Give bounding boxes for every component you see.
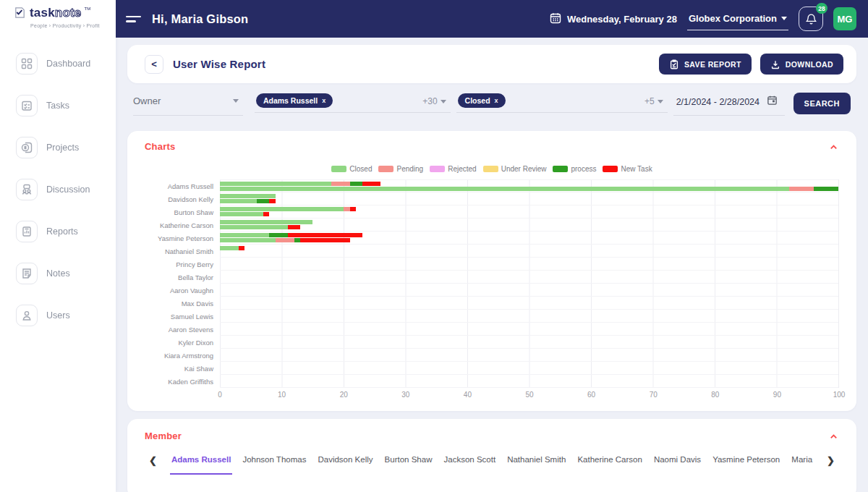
stacked-bar[interactable] bbox=[220, 238, 838, 242]
company-selector[interactable]: Globex Corporation bbox=[687, 13, 788, 30]
bar-segment[interactable] bbox=[344, 207, 350, 211]
owner-more-toggle[interactable]: +30 bbox=[422, 93, 446, 106]
owner-chip[interactable]: Adams Russellx bbox=[256, 93, 333, 108]
bar-segment[interactable] bbox=[220, 233, 269, 237]
bar-segment[interactable] bbox=[350, 207, 357, 211]
stacked-bar[interactable] bbox=[220, 311, 838, 315]
bar-segment[interactable] bbox=[331, 182, 350, 186]
bar-segment[interactable] bbox=[220, 199, 257, 203]
sidebar-item-dashboard[interactable]: Dashboard bbox=[0, 48, 116, 80]
bar-segment[interactable] bbox=[276, 238, 294, 242]
download-button[interactable]: DOWNLOAD bbox=[760, 54, 843, 75]
notifications-button[interactable]: 28 bbox=[799, 7, 823, 31]
bar-segment[interactable] bbox=[362, 182, 381, 186]
bar-segment[interactable] bbox=[239, 246, 245, 250]
member-tab[interactable]: Naomi Davis bbox=[652, 454, 702, 475]
stacked-bar[interactable] bbox=[220, 342, 838, 347]
bar-segment[interactable] bbox=[220, 220, 312, 224]
sidebar-item-users[interactable]: Users bbox=[0, 300, 116, 331]
member-tab[interactable]: Burton Shaw bbox=[383, 454, 434, 475]
stacked-bar[interactable] bbox=[220, 376, 838, 381]
back-button[interactable]: < bbox=[145, 55, 163, 74]
stacked-bar[interactable] bbox=[220, 298, 838, 302]
member-tab[interactable]: Maria bbox=[790, 454, 814, 475]
tabs-scroll-left-icon[interactable]: ❮ bbox=[145, 454, 161, 467]
stacked-bar[interactable] bbox=[220, 187, 838, 191]
bar-segment[interactable] bbox=[814, 187, 838, 191]
member-tab[interactable]: Davidson Kelly bbox=[316, 454, 374, 475]
stacked-bar[interactable] bbox=[220, 329, 838, 334]
bar-segment[interactable] bbox=[220, 238, 276, 242]
save-report-button[interactable]: SAVE REPORT bbox=[659, 54, 752, 75]
bar-segment[interactable] bbox=[269, 199, 276, 203]
chip-close-icon[interactable]: x bbox=[322, 97, 326, 104]
member-tab[interactable]: Jackson Scott bbox=[443, 454, 498, 475]
bar-segment[interactable] bbox=[294, 238, 301, 242]
bar-segment[interactable] bbox=[269, 233, 288, 237]
bar-segment[interactable] bbox=[263, 212, 270, 216]
member-tab[interactable]: Adams Russell bbox=[170, 454, 232, 475]
stacked-bar[interactable] bbox=[220, 316, 838, 321]
member-tab[interactable]: Nathaniel Smith bbox=[506, 454, 567, 475]
stacked-bar[interactable] bbox=[220, 212, 838, 216]
sidebar-item-projects[interactable]: Projects bbox=[0, 132, 116, 164]
stacked-bar[interactable] bbox=[220, 355, 838, 360]
status-more-toggle[interactable]: +5 bbox=[644, 93, 663, 106]
bar-segment[interactable] bbox=[300, 238, 349, 242]
bar-segment[interactable] bbox=[288, 225, 300, 229]
bar-segment[interactable] bbox=[257, 199, 269, 203]
stacked-bar[interactable] bbox=[220, 233, 838, 237]
stacked-bar[interactable] bbox=[220, 337, 838, 342]
stacked-bar[interactable] bbox=[220, 290, 838, 294]
member-tab[interactable]: Katherine Carson bbox=[576, 454, 644, 475]
sidebar-item-reports[interactable]: Reports bbox=[0, 216, 116, 247]
avatar[interactable]: MG bbox=[833, 7, 856, 30]
status-multiselect[interactable]: Closedx +5 bbox=[456, 93, 668, 113]
stacked-bar[interactable] bbox=[220, 303, 838, 308]
bar-segment[interactable] bbox=[220, 194, 276, 198]
menu-toggle-icon[interactable] bbox=[126, 13, 142, 25]
stacked-bar[interactable] bbox=[220, 368, 838, 373]
brand-logo[interactable]: tasknote TM People › Productivity › Prof… bbox=[0, 0, 116, 38]
member-tab[interactable]: Johnson Thomas bbox=[241, 454, 307, 475]
stacked-bar[interactable] bbox=[220, 381, 838, 386]
stacked-bar[interactable] bbox=[220, 251, 838, 255]
search-button[interactable]: SEARCH bbox=[793, 93, 851, 114]
stacked-bar[interactable] bbox=[220, 194, 838, 198]
tabs-scroll-right-icon[interactable]: ❯ bbox=[822, 454, 839, 467]
collapse-charts-icon[interactable] bbox=[829, 142, 839, 152]
stacked-bar[interactable] bbox=[220, 182, 838, 186]
stacked-bar[interactable] bbox=[220, 246, 838, 250]
bar-segment[interactable] bbox=[220, 212, 263, 216]
bar-segment[interactable] bbox=[220, 187, 789, 191]
stacked-bar[interactable] bbox=[220, 264, 838, 268]
bar-segment[interactable] bbox=[220, 182, 331, 186]
bar-segment[interactable] bbox=[220, 207, 344, 211]
stacked-bar[interactable] bbox=[220, 363, 838, 368]
stacked-bar[interactable] bbox=[220, 199, 838, 203]
bar-segment[interactable] bbox=[220, 246, 239, 250]
owner-multiselect[interactable]: Adams Russellx +30 bbox=[255, 93, 451, 113]
stacked-bar[interactable] bbox=[220, 277, 838, 281]
sidebar-item-tasks[interactable]: Tasks bbox=[0, 90, 116, 122]
bar-segment[interactable] bbox=[220, 225, 288, 229]
stacked-bar[interactable] bbox=[220, 324, 838, 328]
status-chip[interactable]: Closedx bbox=[458, 93, 506, 108]
member-tab[interactable]: Yasmine Peterson bbox=[711, 454, 781, 475]
stacked-bar[interactable] bbox=[220, 259, 838, 263]
stacked-bar[interactable] bbox=[220, 272, 838, 276]
sidebar-item-discussion[interactable]: Discussion bbox=[0, 174, 116, 205]
stacked-bar[interactable] bbox=[220, 207, 838, 211]
filter-type-select[interactable]: Owner bbox=[133, 93, 243, 116]
stacked-bar[interactable] bbox=[220, 350, 838, 355]
date-range-picker[interactable]: 2/1/2024 - 2/28/2024 bbox=[673, 93, 785, 116]
collapse-member-icon[interactable] bbox=[829, 431, 839, 441]
stacked-bar[interactable] bbox=[220, 225, 838, 229]
stacked-bar[interactable] bbox=[220, 220, 838, 224]
bar-segment[interactable] bbox=[288, 233, 362, 237]
bar-segment[interactable] bbox=[789, 187, 814, 191]
bar-segment[interactable] bbox=[350, 182, 362, 186]
chip-close-icon[interactable]: x bbox=[495, 97, 498, 104]
sidebar-item-notes[interactable]: Notes bbox=[0, 258, 116, 289]
stacked-bar[interactable] bbox=[220, 285, 838, 289]
